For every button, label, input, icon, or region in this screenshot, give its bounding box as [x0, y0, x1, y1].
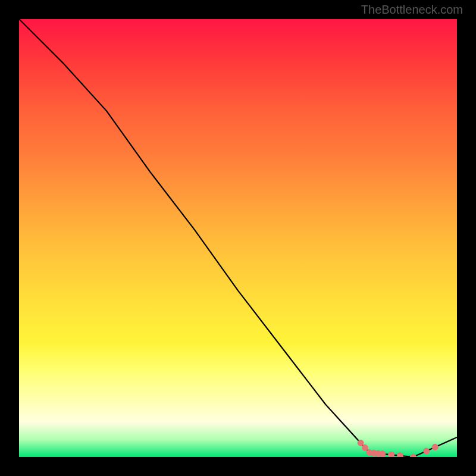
marker-point [358, 440, 364, 446]
marker-point [397, 453, 403, 457]
marker-point [432, 444, 438, 450]
marker-point [424, 448, 430, 454]
chart-svg [19, 19, 457, 457]
plot-area [19, 19, 457, 457]
marker-point [380, 451, 386, 457]
optimal-markers [358, 440, 438, 457]
bottleneck-line [19, 19, 457, 457]
marker-point [362, 445, 368, 451]
marker-point [389, 452, 394, 457]
marker-point [410, 454, 416, 457]
attribution-text: TheBottleneck.com [361, 3, 463, 17]
